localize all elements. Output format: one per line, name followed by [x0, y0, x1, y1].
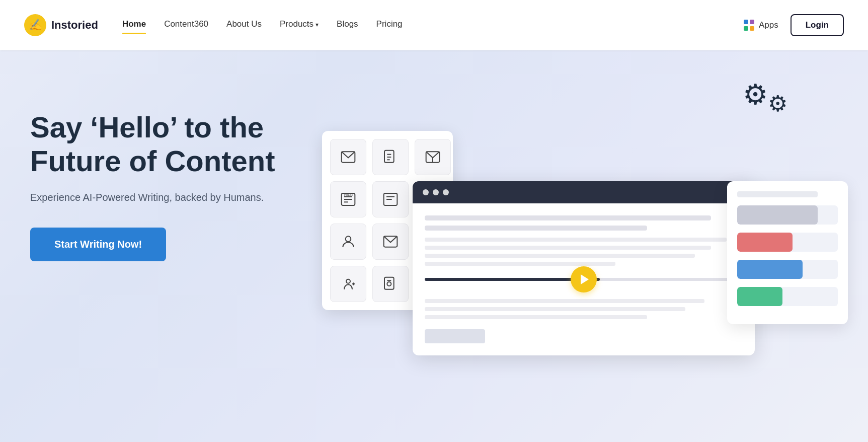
nav-right: Apps Login: [744, 14, 844, 36]
app-icon-action: [330, 266, 366, 302]
hero-subtitle: Experience AI-Powered Writing, backed by…: [30, 192, 292, 203]
metric-row-1: [737, 205, 838, 225]
editor-line-2: [425, 226, 647, 231]
nav-pricing[interactable]: Pricing: [376, 19, 403, 31]
app-icon-social: [330, 224, 366, 260]
gear-icons: ⚙ ⚙: [743, 81, 787, 116]
apps-grid-icon: [744, 20, 755, 31]
nav-products[interactable]: Products ▾: [280, 19, 319, 31]
editor-text-block-2: [425, 299, 743, 319]
app-icon-doc: [372, 139, 409, 175]
logo-link[interactable]: ✍ Instoried: [24, 14, 98, 36]
logo-icon: ✍: [24, 14, 46, 36]
play-triangle-icon: [581, 274, 589, 284]
metrics-panel: [727, 181, 848, 324]
metric-row-3: [737, 260, 838, 279]
text-line-1: [425, 238, 727, 242]
nav-about[interactable]: About Us: [226, 19, 262, 31]
nav-blogs[interactable]: Blogs: [337, 19, 358, 31]
gear-icon-small: ⚙: [768, 91, 787, 116]
svg-text:PRESS: PRESS: [344, 193, 354, 196]
metric-bar-blue: [737, 260, 803, 279]
gear-icon-large: ⚙: [743, 81, 768, 116]
nav-links: Home Content360 About Us Products ▾ Blog…: [122, 19, 744, 31]
text-line-3: [425, 254, 695, 258]
metric-row-2: [737, 233, 838, 252]
login-button[interactable]: Login: [791, 14, 844, 36]
nav-home[interactable]: Home: [122, 19, 146, 31]
editor-card: [413, 181, 755, 355]
svg-point-24: [346, 279, 350, 283]
app-icon-ads: [372, 181, 409, 217]
nav-content360[interactable]: Content360: [164, 19, 208, 31]
text-line-2: [425, 246, 711, 250]
editor-line-1: [425, 215, 711, 220]
hero-title: Say ‘Hello’ to the Future of Content: [30, 111, 292, 178]
text-line-4: [425, 262, 615, 266]
cta-button[interactable]: Start Writing Now!: [30, 228, 166, 261]
metric-bar-gray: [737, 205, 818, 225]
svg-point-18: [346, 236, 351, 242]
editor-dot-1: [423, 189, 429, 195]
app-icon-mail: [372, 224, 409, 260]
editor-dot-3: [443, 189, 449, 195]
app-icon-press: PRESS: [330, 181, 366, 217]
hero-content: Say ‘Hello’ to the Future of Content Exp…: [30, 81, 292, 261]
metrics-header: [737, 191, 818, 197]
editor-dot-2: [433, 189, 439, 195]
brand-name: Instoried: [51, 19, 98, 32]
svg-rect-1: [384, 151, 394, 163]
metric-bar-green: [737, 287, 782, 306]
apps-button[interactable]: Apps: [744, 20, 778, 31]
metric-bar-red: [737, 233, 793, 252]
svg-point-28: [387, 282, 391, 286]
editor-topbar: [413, 181, 755, 203]
text-line-5: [425, 299, 704, 303]
text-line-7: [425, 315, 647, 319]
hero-illustration: ⚙ ⚙ PRESS: [312, 70, 838, 398]
app-icon-newsletter: [415, 139, 451, 175]
products-chevron-icon: ▾: [315, 21, 319, 28]
text-line-6: [425, 307, 685, 311]
play-area: [425, 278, 743, 281]
app-icon-settings-doc: [372, 266, 409, 302]
hero-section: Say ‘Hello’ to the Future of Content Exp…: [0, 50, 868, 442]
app-icon-email: [330, 139, 366, 175]
editor-left-pane: [425, 215, 743, 343]
play-button[interactable]: [571, 266, 597, 292]
metric-row-4: [737, 287, 838, 306]
editor-footer-block: [425, 329, 485, 343]
editor-text-block: [425, 238, 743, 266]
svg-rect-27: [384, 277, 394, 289]
navbar: ✍ Instoried Home Content360 About Us Pro…: [0, 0, 868, 50]
editor-body: [413, 203, 755, 355]
